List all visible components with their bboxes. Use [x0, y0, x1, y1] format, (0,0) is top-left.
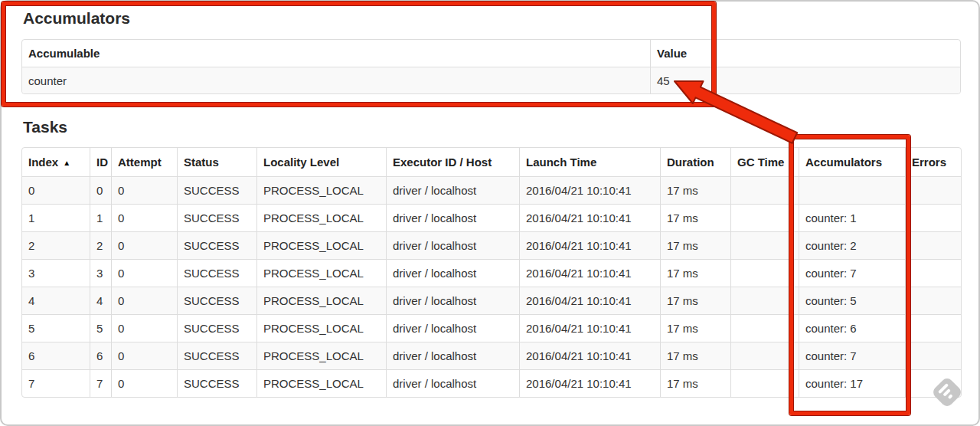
watermark-diamond-icon — [928, 373, 966, 411]
task-cell — [905, 231, 961, 259]
task-cell — [730, 314, 799, 342]
task-cell: 2016/04/21 10:10:41 — [519, 259, 660, 287]
task-cell: 2016/04/21 10:10:41 — [519, 176, 660, 204]
task-cell: SUCCESS — [177, 259, 256, 287]
task-cell: 17 ms — [660, 204, 730, 231]
task-cell: 2016/04/21 10:10:41 — [519, 287, 660, 314]
task-cell: driver / localhost — [386, 369, 519, 397]
column-header-gc-time[interactable]: GC Time — [730, 148, 799, 176]
task-cell — [730, 204, 799, 231]
task-cell — [905, 287, 961, 314]
task-cell: 0 — [22, 176, 90, 204]
task-cell: 7 — [90, 369, 111, 397]
column-header-accumulable: Accumulable — [22, 40, 650, 67]
task-cell: 0 — [111, 176, 177, 204]
column-header-duration[interactable]: Duration — [660, 148, 730, 176]
task-cell: driver / localhost — [386, 314, 519, 342]
task-cell: PROCESS_LOCAL — [256, 231, 386, 259]
task-cell: 17 ms — [660, 314, 730, 342]
task-cell: SUCCESS — [177, 176, 256, 204]
table-row: 440SUCCESSPROCESS_LOCALdriver / localhos… — [22, 287, 961, 314]
task-cell: 2016/04/21 10:10:41 — [519, 342, 660, 369]
column-header-launch-time[interactable]: Launch Time — [519, 148, 660, 176]
column-header-attempt[interactable]: Attempt — [111, 148, 177, 176]
task-cell: counter: 2 — [799, 231, 905, 259]
task-cell: driver / localhost — [386, 287, 519, 314]
column-header-index[interactable]: Index▲ — [22, 148, 90, 176]
task-cell: counter: 7 — [799, 259, 905, 287]
task-cell: SUCCESS — [177, 314, 256, 342]
task-cell — [905, 176, 961, 204]
task-cell — [905, 259, 961, 287]
task-cell: 1 — [90, 204, 111, 231]
task-cell: 5 — [22, 314, 90, 342]
task-cell — [730, 259, 799, 287]
task-cell: 17 ms — [660, 231, 730, 259]
task-cell: 0 — [111, 204, 177, 231]
task-cell: driver / localhost — [386, 231, 519, 259]
task-cell: PROCESS_LOCAL — [256, 342, 386, 369]
table-header-row: Accumulable Value — [22, 40, 960, 67]
task-cell: PROCESS_LOCAL — [256, 259, 386, 287]
task-cell — [730, 369, 799, 397]
task-cell: 17 ms — [660, 259, 730, 287]
task-cell: driver / localhost — [386, 204, 519, 231]
table-row: counter 45 — [22, 67, 960, 93]
task-cell: 2016/04/21 10:10:41 — [519, 204, 660, 231]
task-cell: SUCCESS — [177, 342, 256, 369]
table-row: 660SUCCESSPROCESS_LOCALdriver / localhos… — [22, 342, 961, 369]
task-cell — [730, 176, 799, 204]
task-cell — [905, 204, 961, 231]
value-cell: 45 — [650, 67, 960, 93]
task-cell: 6 — [90, 342, 111, 369]
task-cell: PROCESS_LOCAL — [256, 369, 386, 397]
task-cell: 7 — [22, 369, 90, 397]
task-cell — [905, 314, 961, 342]
task-cell: driver / localhost — [386, 176, 519, 204]
task-cell: 0 — [90, 176, 111, 204]
column-header-status[interactable]: Status — [177, 148, 256, 176]
task-cell: SUCCESS — [177, 204, 256, 231]
accumulable-cell: counter — [22, 67, 650, 93]
column-header-locality-level[interactable]: Locality Level — [256, 148, 386, 176]
task-cell: counter: 1 — [799, 204, 905, 231]
task-cell: 0 — [111, 231, 177, 259]
column-header-executor-id-host[interactable]: Executor ID / Host — [386, 148, 519, 176]
task-cell: 2 — [90, 231, 111, 259]
tasks-table: Index▲ ID Attempt Status Locality Level … — [21, 147, 962, 398]
task-cell: PROCESS_LOCAL — [256, 287, 386, 314]
task-cell: 17 ms — [660, 369, 730, 397]
task-cell: 6 — [22, 342, 90, 369]
column-header-value: Value — [650, 40, 960, 67]
table-row: 770SUCCESSPROCESS_LOCALdriver / localhos… — [22, 369, 961, 397]
task-cell: 2016/04/21 10:10:41 — [519, 231, 660, 259]
task-cell: 17 ms — [660, 287, 730, 314]
table-row: 330SUCCESSPROCESS_LOCALdriver / localhos… — [22, 259, 961, 287]
task-cell: 2016/04/21 10:10:41 — [519, 369, 660, 397]
task-cell — [730, 287, 799, 314]
task-cell: 3 — [22, 259, 90, 287]
task-cell: 0 — [111, 287, 177, 314]
task-cell: 17 ms — [660, 176, 730, 204]
task-cell — [905, 342, 961, 369]
sort-ascending-icon: ▲ — [63, 159, 70, 167]
task-cell: 1 — [22, 204, 90, 231]
table-row: 550SUCCESSPROCESS_LOCALdriver / localhos… — [22, 314, 961, 342]
task-cell: 0 — [111, 259, 177, 287]
accumulators-section-title: Accumulators — [23, 8, 959, 28]
column-header-label: Index — [28, 156, 58, 169]
task-cell: driver / localhost — [386, 342, 519, 369]
task-cell: counter: 6 — [799, 314, 905, 342]
accumulators-table: Accumulable Value counter 45 — [21, 39, 961, 94]
task-cell: PROCESS_LOCAL — [256, 176, 386, 204]
table-row: 110SUCCESSPROCESS_LOCALdriver / localhos… — [22, 204, 961, 231]
column-header-id[interactable]: ID — [90, 148, 111, 176]
task-cell: SUCCESS — [177, 369, 256, 397]
column-header-accumulators[interactable]: Accumulators — [799, 148, 905, 176]
task-cell: SUCCESS — [177, 287, 256, 314]
column-header-errors[interactable]: Errors — [905, 148, 961, 176]
task-cell — [730, 342, 799, 369]
task-cell — [730, 231, 799, 259]
task-cell: PROCESS_LOCAL — [256, 204, 386, 231]
task-cell: counter: 5 — [799, 287, 905, 314]
